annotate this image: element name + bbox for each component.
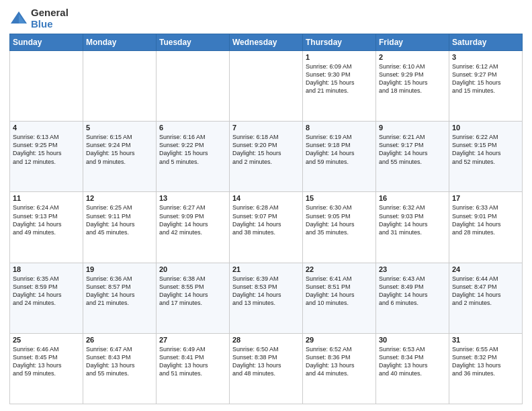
week-row-2: 4Sunrise: 6:13 AM Sunset: 9:25 PM Daylig… bbox=[10, 122, 523, 192]
calendar-cell: 12Sunrise: 6:25 AM Sunset: 9:11 PM Dayli… bbox=[83, 192, 157, 263]
day-number: 1 bbox=[306, 53, 373, 61]
day-header-thursday: Thursday bbox=[303, 34, 376, 51]
calendar-cell bbox=[230, 51, 303, 122]
day-info: Sunrise: 6:32 AM Sunset: 9:03 PM Dayligh… bbox=[379, 203, 446, 236]
calendar-cell: 11Sunrise: 6:24 AM Sunset: 9:13 PM Dayli… bbox=[10, 192, 83, 263]
calendar-cell: 17Sunrise: 6:33 AM Sunset: 9:01 PM Dayli… bbox=[449, 192, 523, 263]
day-number: 3 bbox=[452, 53, 519, 61]
day-info: Sunrise: 6:19 AM Sunset: 9:18 PM Dayligh… bbox=[306, 133, 373, 166]
day-number: 14 bbox=[232, 194, 300, 202]
day-number: 12 bbox=[86, 194, 153, 202]
calendar-cell: 24Sunrise: 6:44 AM Sunset: 8:47 PM Dayli… bbox=[449, 263, 523, 333]
day-number: 19 bbox=[86, 265, 153, 273]
calendar-cell: 26Sunrise: 6:47 AM Sunset: 8:43 PM Dayli… bbox=[83, 333, 157, 404]
svg-marker-1 bbox=[19, 14, 26, 24]
day-info: Sunrise: 6:30 AM Sunset: 9:05 PM Dayligh… bbox=[306, 203, 373, 236]
day-info: Sunrise: 6:43 AM Sunset: 8:49 PM Dayligh… bbox=[379, 275, 446, 308]
day-number: 23 bbox=[379, 265, 446, 273]
day-info: Sunrise: 6:24 AM Sunset: 9:13 PM Dayligh… bbox=[13, 203, 80, 236]
calendar-cell: 13Sunrise: 6:27 AM Sunset: 9:09 PM Dayli… bbox=[157, 192, 230, 263]
day-number: 15 bbox=[306, 194, 373, 202]
calendar-cell: 9Sunrise: 6:21 AM Sunset: 9:17 PM Daylig… bbox=[376, 122, 449, 192]
day-header-sunday: Sunday bbox=[10, 34, 83, 51]
day-info: Sunrise: 6:36 AM Sunset: 8:57 PM Dayligh… bbox=[86, 275, 153, 308]
calendar-cell: 6Sunrise: 6:16 AM Sunset: 9:22 PM Daylig… bbox=[157, 122, 230, 192]
day-info: Sunrise: 6:39 AM Sunset: 8:53 PM Dayligh… bbox=[232, 275, 300, 308]
day-info: Sunrise: 6:27 AM Sunset: 9:09 PM Dayligh… bbox=[159, 203, 226, 236]
day-number: 16 bbox=[379, 194, 446, 202]
calendar-cell: 7Sunrise: 6:18 AM Sunset: 9:20 PM Daylig… bbox=[230, 122, 303, 192]
calendar-cell: 25Sunrise: 6:46 AM Sunset: 8:45 PM Dayli… bbox=[10, 333, 83, 404]
day-number: 27 bbox=[159, 336, 226, 344]
calendar-cell: 29Sunrise: 6:52 AM Sunset: 8:36 PM Dayli… bbox=[303, 333, 376, 404]
week-row-1: 1Sunrise: 6:09 AM Sunset: 9:30 PM Daylig… bbox=[10, 51, 523, 122]
day-info: Sunrise: 6:52 AM Sunset: 8:36 PM Dayligh… bbox=[306, 345, 373, 378]
day-number: 11 bbox=[13, 194, 80, 202]
calendar-cell bbox=[157, 51, 230, 122]
calendar-cell: 5Sunrise: 6:15 AM Sunset: 9:24 PM Daylig… bbox=[83, 122, 157, 192]
day-number: 9 bbox=[379, 124, 446, 132]
day-header-saturday: Saturday bbox=[449, 34, 523, 51]
calendar-cell: 16Sunrise: 6:32 AM Sunset: 9:03 PM Dayli… bbox=[376, 192, 449, 263]
calendar-cell: 31Sunrise: 6:55 AM Sunset: 8:32 PM Dayli… bbox=[449, 333, 523, 404]
day-number: 2 bbox=[379, 53, 446, 61]
day-number: 10 bbox=[452, 124, 519, 132]
day-number: 5 bbox=[86, 124, 153, 132]
day-info: Sunrise: 6:49 AM Sunset: 8:41 PM Dayligh… bbox=[159, 345, 226, 378]
day-info: Sunrise: 6:15 AM Sunset: 9:24 PM Dayligh… bbox=[86, 133, 153, 166]
day-header-tuesday: Tuesday bbox=[157, 34, 230, 51]
calendar-cell: 4Sunrise: 6:13 AM Sunset: 9:25 PM Daylig… bbox=[10, 122, 83, 192]
day-number: 24 bbox=[452, 265, 519, 273]
day-number: 6 bbox=[159, 124, 226, 132]
day-number: 31 bbox=[452, 336, 519, 344]
week-row-3: 11Sunrise: 6:24 AM Sunset: 9:13 PM Dayli… bbox=[10, 192, 523, 263]
calendar-cell: 27Sunrise: 6:49 AM Sunset: 8:41 PM Dayli… bbox=[157, 333, 230, 404]
calendar-cell: 22Sunrise: 6:41 AM Sunset: 8:51 PM Dayli… bbox=[303, 263, 376, 333]
calendar-cell: 2Sunrise: 6:10 AM Sunset: 9:29 PM Daylig… bbox=[376, 51, 449, 122]
calendar-cell: 19Sunrise: 6:36 AM Sunset: 8:57 PM Dayli… bbox=[83, 263, 157, 333]
page: General Blue SundayMondayTuesdayWednesda… bbox=[0, 0, 532, 411]
day-info: Sunrise: 6:41 AM Sunset: 8:51 PM Dayligh… bbox=[306, 275, 373, 308]
day-info: Sunrise: 6:28 AM Sunset: 9:07 PM Dayligh… bbox=[232, 203, 300, 236]
day-header-friday: Friday bbox=[376, 34, 449, 51]
calendar-cell: 28Sunrise: 6:50 AM Sunset: 8:38 PM Dayli… bbox=[230, 333, 303, 404]
days-header-row: SundayMondayTuesdayWednesdayThursdayFrid… bbox=[10, 34, 523, 51]
day-info: Sunrise: 6:10 AM Sunset: 9:29 PM Dayligh… bbox=[379, 62, 446, 95]
day-header-monday: Monday bbox=[83, 34, 157, 51]
calendar-cell: 23Sunrise: 6:43 AM Sunset: 8:49 PM Dayli… bbox=[376, 263, 449, 333]
logo: General Blue bbox=[9, 7, 69, 30]
day-info: Sunrise: 6:18 AM Sunset: 9:20 PM Dayligh… bbox=[232, 133, 300, 166]
day-info: Sunrise: 6:25 AM Sunset: 9:11 PM Dayligh… bbox=[86, 203, 153, 236]
day-info: Sunrise: 6:50 AM Sunset: 8:38 PM Dayligh… bbox=[232, 345, 300, 378]
day-number: 21 bbox=[232, 265, 300, 273]
calendar-cell: 3Sunrise: 6:12 AM Sunset: 9:27 PM Daylig… bbox=[449, 51, 523, 122]
calendar-cell: 1Sunrise: 6:09 AM Sunset: 9:30 PM Daylig… bbox=[303, 51, 376, 122]
day-number: 26 bbox=[86, 336, 153, 344]
day-number: 22 bbox=[306, 265, 373, 273]
day-number: 13 bbox=[159, 194, 226, 202]
header: General Blue bbox=[9, 7, 523, 30]
day-number: 7 bbox=[232, 124, 300, 132]
calendar-cell: 14Sunrise: 6:28 AM Sunset: 9:07 PM Dayli… bbox=[230, 192, 303, 263]
day-info: Sunrise: 6:33 AM Sunset: 9:01 PM Dayligh… bbox=[452, 203, 519, 236]
week-row-4: 18Sunrise: 6:35 AM Sunset: 8:59 PM Dayli… bbox=[10, 263, 523, 333]
day-number: 8 bbox=[306, 124, 373, 132]
day-info: Sunrise: 6:16 AM Sunset: 9:22 PM Dayligh… bbox=[159, 133, 226, 166]
calendar-cell: 20Sunrise: 6:38 AM Sunset: 8:55 PM Dayli… bbox=[157, 263, 230, 333]
calendar-header: SundayMondayTuesdayWednesdayThursdayFrid… bbox=[10, 34, 523, 51]
calendar-body: 1Sunrise: 6:09 AM Sunset: 9:30 PM Daylig… bbox=[10, 51, 523, 404]
day-info: Sunrise: 6:55 AM Sunset: 8:32 PM Dayligh… bbox=[452, 345, 519, 378]
calendar-table: SundayMondayTuesdayWednesdayThursdayFrid… bbox=[9, 34, 523, 404]
calendar-cell: 15Sunrise: 6:30 AM Sunset: 9:05 PM Dayli… bbox=[303, 192, 376, 263]
calendar-cell: 8Sunrise: 6:19 AM Sunset: 9:18 PM Daylig… bbox=[303, 122, 376, 192]
day-number: 29 bbox=[306, 336, 373, 344]
day-info: Sunrise: 6:09 AM Sunset: 9:30 PM Dayligh… bbox=[306, 62, 373, 95]
week-row-5: 25Sunrise: 6:46 AM Sunset: 8:45 PM Dayli… bbox=[10, 333, 523, 404]
day-number: 28 bbox=[232, 336, 300, 344]
logo-icon bbox=[9, 9, 28, 28]
day-info: Sunrise: 6:53 AM Sunset: 8:34 PM Dayligh… bbox=[379, 345, 446, 378]
calendar-cell bbox=[10, 51, 83, 122]
day-info: Sunrise: 6:35 AM Sunset: 8:59 PM Dayligh… bbox=[13, 275, 80, 308]
day-info: Sunrise: 6:21 AM Sunset: 9:17 PM Dayligh… bbox=[379, 133, 446, 166]
calendar-cell: 18Sunrise: 6:35 AM Sunset: 8:59 PM Dayli… bbox=[10, 263, 83, 333]
